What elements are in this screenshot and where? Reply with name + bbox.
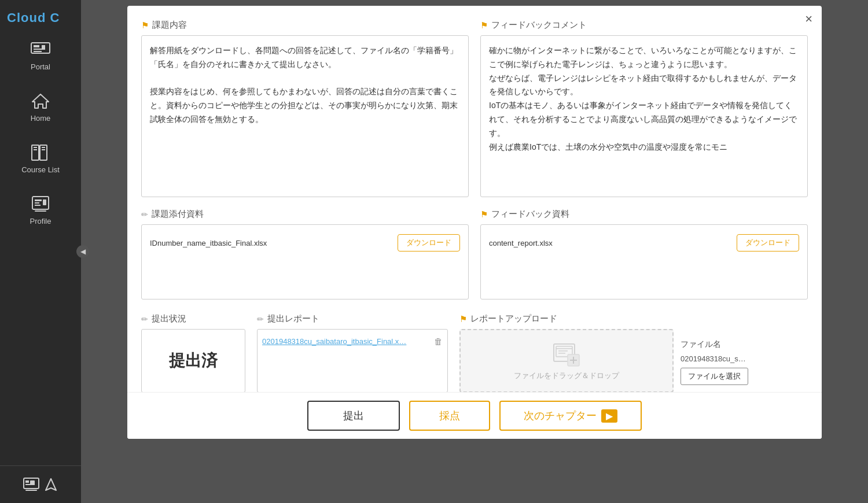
task-attachment-file-row: IDnumber_name_itbasic_Final.xlsx ダウンロード (148, 231, 462, 255)
submission-status-header: ✏ 提出状況 (141, 313, 245, 324)
feedback-attachment-flag-icon: ⚑ (480, 209, 488, 220)
sidebar-item-label-profile: Profile (30, 217, 52, 225)
modal-dialog: × ⚑ 課題内容 解答用紙をダウンロードし、各問題への回答を記述して、ファイル名… (127, 6, 822, 439)
next-chapter-button[interactable]: 次のチャプター ▶ (499, 401, 642, 431)
svg-rect-16 (43, 199, 46, 205)
sidebar-bottom-icons (0, 472, 81, 497)
report-file-row: 0201948318cu_saibataro_itbasic_Final.x… … (262, 334, 443, 349)
modal-overlay: × ⚑ 課題内容 解答用紙をダウンロードし、各問題への回答を記述して、ファイル名… (81, 0, 868, 503)
submission-report-pencil-icon: ✏ (257, 315, 264, 324)
sidebar-item-label-portal: Portal (31, 62, 50, 71)
next-chapter-label: 次のチャプター (524, 409, 597, 423)
submission-status-box: 提出済 (141, 329, 245, 393)
submit-button[interactable]: 提出 (307, 401, 400, 431)
svg-rect-9 (34, 149, 37, 150)
svg-rect-3 (34, 51, 42, 52)
feedback-attachment-label: フィードバック資料 (491, 209, 569, 220)
task-attachment-label: 課題添付資料 (152, 209, 204, 220)
svg-rect-1 (34, 45, 39, 47)
top-row: ⚑ 課題内容 解答用紙をダウンロードし、各問題への回答を記述して、ファイル名の「… (141, 20, 808, 197)
report-upload-section: ⚑ レポートアップロード (459, 313, 808, 393)
task-content-text: 解答用紙をダウンロードし、各問題への回答を記述して、ファイル名の「学籍番号」「氏… (150, 46, 458, 124)
main-content: × ⚑ 課題内容 解答用紙をダウンロードし、各問題への回答を記述して、ファイル名… (81, 0, 868, 503)
sidebar-item-profile[interactable]: Profile (0, 184, 81, 236)
sidebar-collapse-button[interactable]: ◀ (76, 245, 89, 258)
feedback-attachment-filename: content_report.xlsx (489, 239, 553, 247)
sidebar-item-label-course-list: Course List (21, 165, 60, 174)
feedback-comment-label: フィードバックコメント (491, 20, 587, 31)
report-upload-flag-icon: ⚑ (459, 314, 467, 324)
svg-rect-4 (42, 45, 45, 50)
svg-rect-11 (42, 149, 45, 150)
task-content-body: 解答用紙をダウンロードし、各問題への回答を記述して、ファイル名の「学籍番号」「氏… (141, 35, 469, 197)
feedback-attachment-section: ⚑ フィードバック資料 content_report.xlsx ダウンロード (480, 209, 808, 299)
upload-section: ファイルをドラッグ＆ドロップ ファイル名 0201948318cu_s… ファイ… (459, 329, 808, 393)
bottom-area: ✏ 提出状況 提出済 ✏ 提出レポート 0201948318c (141, 313, 808, 393)
submission-status-text: 提出済 (169, 350, 218, 372)
task-content-section: ⚑ 課題内容 解答用紙をダウンロードし、各問題への回答を記述して、ファイル名の「… (141, 20, 469, 197)
submission-status-label: 提出状況 (152, 313, 186, 324)
feedback-comment-header: ⚑ フィードバックコメント (480, 20, 808, 31)
sidebar-logo: Cloud C (0, 6, 67, 30)
svg-marker-23 (46, 479, 56, 490)
home-icon (30, 92, 52, 110)
sidebar: Cloud C Portal Home (0, 0, 81, 503)
svg-rect-13 (35, 199, 42, 201)
upload-uploaded-filename: 0201948318cu_s… (681, 354, 748, 363)
task-attachment-pencil-icon: ✏ (141, 210, 148, 219)
trash-icon[interactable]: 🗑 (434, 336, 443, 346)
feedback-attachment-file-row: content_report.xlsx ダウンロード (487, 231, 801, 255)
grade-button[interactable]: 採点 (409, 401, 490, 431)
sidebar-item-home[interactable]: Home (0, 82, 81, 133)
report-upload-header: ⚑ レポートアップロード (459, 313, 808, 324)
svg-rect-8 (34, 147, 37, 148)
task-attachment-section: ✏ 課題添付資料 IDnumber_name_itbasic_Final.xls… (141, 209, 469, 299)
task-attachment-filename: IDnumber_name_itbasic_Final.xlsx (150, 239, 267, 247)
submission-report-label: 提出レポート (267, 313, 319, 324)
feedback-comment-section: ⚑ フィードバックコメント 確かに物がインターネットに繋がることで、いろいろなこ… (480, 20, 808, 197)
next-arrow-icon: ▶ (601, 409, 617, 423)
svg-rect-17 (35, 210, 46, 212)
portal-icon (30, 40, 52, 59)
svg-rect-15 (35, 205, 41, 206)
sidebar-bottom (0, 465, 81, 503)
upload-info: ファイル名 0201948318cu_s… ファイルを選択 (681, 329, 748, 393)
course-list-icon (30, 143, 52, 162)
feedback-comment-flag-icon: ⚑ (480, 20, 488, 31)
svg-rect-10 (42, 147, 45, 148)
svg-rect-22 (25, 490, 37, 491)
feedback-comment-body: 確かに物がインターネットに繋がることで、いろいろなことが可能となりますが、ここで… (480, 35, 808, 197)
submission-status-section: ✏ 提出状況 提出済 (141, 313, 245, 393)
submission-status-pencil-icon: ✏ (141, 315, 148, 324)
task-content-label: 課題内容 (152, 20, 187, 31)
svg-rect-19 (25, 480, 29, 483)
submission-report-box: 0201948318cu_saibataro_itbasic_Final.x… … (257, 329, 448, 393)
feedback-comment-text: 確かに物がインターネットに繋がることで、いろいろなことが可能となりますが、ここで… (489, 46, 797, 151)
upload-drop-area[interactable]: ファイルをドラッグ＆ドロップ (459, 329, 674, 393)
task-content-header: ⚑ 課題内容 (141, 20, 469, 31)
profile-icon (30, 195, 52, 213)
task-content-flag-icon: ⚑ (141, 20, 149, 31)
sidebar-item-label-home: Home (31, 114, 51, 123)
drop-label: ファイルをドラッグ＆ドロップ (514, 371, 619, 381)
select-file-button[interactable]: ファイルを選択 (681, 368, 748, 385)
upload-drop-icon (551, 341, 582, 368)
task-attachment-download-button[interactable]: ダウンロード (398, 234, 460, 252)
feedback-attachment-header: ⚑ フィードバック資料 (480, 209, 808, 220)
modal-close-button[interactable]: × (805, 13, 812, 25)
task-attachment-header: ✏ 課題添付資料 (141, 209, 469, 220)
feedback-attachment-download-button[interactable]: ダウンロード (737, 234, 799, 252)
upload-file-info-label: ファイル名 (681, 339, 748, 350)
report-upload-label: レポートアップロード (470, 313, 557, 324)
submission-report-section: ✏ 提出レポート 0201948318cu_saibataro_itbasic_… (257, 313, 448, 393)
svg-rect-14 (35, 202, 39, 204)
modal-footer: 提出 採点 次のチャプター ▶ (127, 392, 822, 439)
attachment-row: ✏ 課題添付資料 IDnumber_name_itbasic_Final.xls… (141, 209, 808, 299)
report-file-link[interactable]: 0201948318cu_saibataro_itbasic_Final.x… (262, 337, 429, 346)
sidebar-item-portal[interactable]: Portal (0, 30, 81, 82)
submission-report-header: ✏ 提出レポート (257, 313, 448, 324)
task-attachment-box: IDnumber_name_itbasic_Final.xlsx ダウンロード (141, 224, 469, 299)
feedback-attachment-box: content_report.xlsx ダウンロード (480, 224, 808, 299)
svg-rect-21 (30, 480, 35, 485)
sidebar-item-course-list[interactable]: Course List (0, 133, 81, 184)
